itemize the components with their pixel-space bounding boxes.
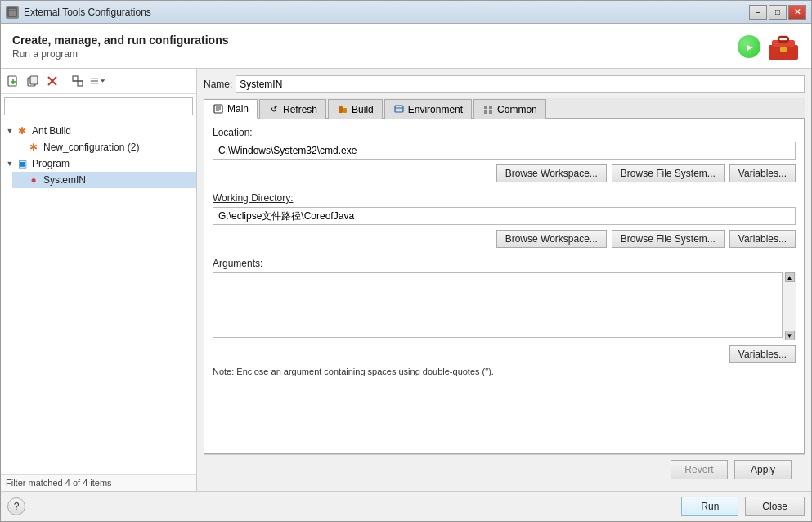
- working-dir-input[interactable]: [213, 207, 796, 225]
- right-panel: Name: Main: [197, 69, 811, 491]
- location-label: Location:: [213, 127, 796, 138]
- expand-button[interactable]: [88, 72, 106, 90]
- arguments-vars-row: Variables...: [213, 345, 796, 363]
- location-input[interactable]: [213, 142, 796, 160]
- header-icons: [738, 32, 800, 61]
- tab-main-label: Main: [227, 103, 249, 115]
- tab-common[interactable]: Common: [473, 99, 546, 119]
- tab-build-label: Build: [352, 104, 374, 115]
- help-button[interactable]: ?: [7, 497, 25, 515]
- tab-environment[interactable]: Environment: [384, 99, 472, 119]
- right-panel-inner: Name: Main: [204, 75, 805, 484]
- arguments-variables-button[interactable]: Variables...: [729, 345, 796, 363]
- tab-environment-label: Environment: [408, 104, 463, 115]
- window: External Tools Configurations – □ ✕ Crea…: [0, 0, 812, 522]
- search-input[interactable]: [4, 97, 193, 115]
- tree-toggle-program[interactable]: ▼: [4, 158, 16, 169]
- arguments-wrapper: ▲ ▼: [213, 272, 796, 340]
- svg-rect-2: [769, 45, 798, 60]
- revert-button[interactable]: Revert: [671, 460, 728, 479]
- delete-config-button[interactable]: [43, 72, 61, 90]
- common-tab-icon: [482, 104, 494, 115]
- sidebar-toolbar: [1, 69, 196, 94]
- svg-rect-14: [78, 81, 83, 86]
- tab-refresh-label: Refresh: [283, 104, 317, 115]
- tabs-bar: Main ↺ Refresh Build: [204, 98, 805, 119]
- tree-item-program[interactable]: ▼ ▣ Program: [1, 155, 196, 172]
- arguments-group: Arguments: ▲ ▼ Variables...: [213, 258, 796, 376]
- svg-rect-24: [339, 106, 343, 113]
- duplicate-config-button[interactable]: [24, 72, 42, 90]
- filter-status: Filter matched 4 of 4 items: [6, 478, 112, 488]
- location-browse-filesystem-button[interactable]: Browse File System...: [612, 164, 725, 182]
- systemin-icon: ●: [27, 173, 40, 187]
- sidebar-search: [1, 94, 196, 119]
- ant-build-icon: ✱: [16, 124, 29, 137]
- tab-build[interactable]: Build: [328, 99, 383, 119]
- new-config-label: New_configuration (2): [43, 142, 139, 153]
- tab-main[interactable]: Main: [204, 99, 258, 119]
- location-variables-button[interactable]: Variables...: [729, 164, 796, 182]
- close-button[interactable]: Close: [745, 497, 805, 516]
- bottom-bar: Revert Apply: [204, 454, 805, 484]
- window-icon: [6, 6, 19, 19]
- tree-item-ant-build[interactable]: ▼ ✱ Ant Build: [1, 123, 196, 139]
- workdir-browse-filesystem-button[interactable]: Browse File System...: [612, 230, 725, 248]
- svg-rect-29: [489, 106, 492, 109]
- name-label: Name:: [204, 79, 232, 90]
- collapse-all-button[interactable]: [69, 72, 87, 90]
- program-icon: ▣: [16, 157, 29, 170]
- tree-toggle-ant-build[interactable]: ▼: [4, 125, 16, 137]
- sidebar: ▼ ✱ Ant Build ✱ New_configuration (2) ▼ …: [1, 69, 197, 491]
- window-title: External Tools Configurations: [24, 7, 744, 18]
- header-area: Create, manage, and run configurations R…: [1, 24, 811, 69]
- arguments-textarea[interactable]: [213, 272, 783, 338]
- arguments-scrollbar[interactable]: ▲ ▼: [783, 272, 796, 340]
- location-group: Location: Browse Workspace... Browse Fil…: [213, 127, 796, 182]
- tree-item-systemin[interactable]: ● SystemIN: [12, 172, 196, 188]
- program-label: Program: [32, 158, 70, 169]
- run-button[interactable]: Run: [681, 497, 738, 516]
- tree-toggle-new-config: [16, 142, 27, 153]
- svg-rect-10: [30, 76, 38, 84]
- arguments-label: Arguments:: [213, 258, 796, 269]
- close-window-button[interactable]: ✕: [788, 5, 806, 20]
- refresh-tab-icon: ↺: [268, 104, 280, 115]
- window-controls: – □ ✕: [749, 5, 806, 20]
- sidebar-footer: Filter matched 4 of 4 items: [1, 474, 196, 491]
- svg-rect-31: [489, 110, 492, 114]
- new-config-button[interactable]: [4, 72, 22, 90]
- note-text: Note: Enclose an argument containing spa…: [213, 367, 796, 376]
- header-title: Create, manage, and run configurations: [12, 34, 229, 47]
- systemin-label: SystemIN: [43, 174, 86, 186]
- svg-rect-13: [73, 76, 78, 81]
- tab-content: Location: Browse Workspace... Browse Fil…: [204, 119, 805, 454]
- location-browse-workspace-button[interactable]: Browse Workspace...: [496, 164, 607, 182]
- header-text: Create, manage, and run configurations R…: [12, 34, 229, 60]
- tree-toggle-systemin: [16, 174, 27, 186]
- header-subtitle: Run a program: [12, 48, 229, 60]
- workdir-browse-workspace-button[interactable]: Browse Workspace...: [496, 230, 607, 248]
- svg-rect-26: [395, 106, 403, 112]
- tab-refresh[interactable]: ↺ Refresh: [259, 99, 326, 119]
- svg-rect-28: [484, 106, 487, 109]
- maximize-button[interactable]: □: [769, 5, 787, 20]
- tab-common-label: Common: [497, 104, 537, 115]
- environment-tab-icon: [393, 104, 405, 115]
- tree-item-new-config[interactable]: ✱ New_configuration (2): [12, 139, 196, 155]
- working-dir-buttons: Browse Workspace... Browse File System..…: [213, 230, 796, 248]
- sidebar-tree: ▼ ✱ Ant Build ✱ New_configuration (2) ▼ …: [1, 119, 196, 474]
- toolbox-icon: [767, 32, 800, 61]
- apply-button[interactable]: Apply: [734, 460, 792, 479]
- svg-rect-30: [484, 110, 487, 114]
- main-tab-icon: [213, 103, 224, 115]
- ant-build-label: Ant Build: [32, 125, 71, 137]
- workdir-variables-button[interactable]: Variables...: [729, 230, 796, 248]
- working-dir-group: Working Directory: Browse Workspace... B…: [213, 192, 796, 248]
- minimize-button[interactable]: –: [749, 5, 767, 20]
- bottom-right: Revert Apply: [671, 460, 798, 479]
- name-input[interactable]: [236, 75, 805, 93]
- build-tab-icon: [337, 104, 348, 115]
- svg-rect-25: [343, 108, 347, 113]
- titlebar: External Tools Configurations – □ ✕: [1, 1, 811, 24]
